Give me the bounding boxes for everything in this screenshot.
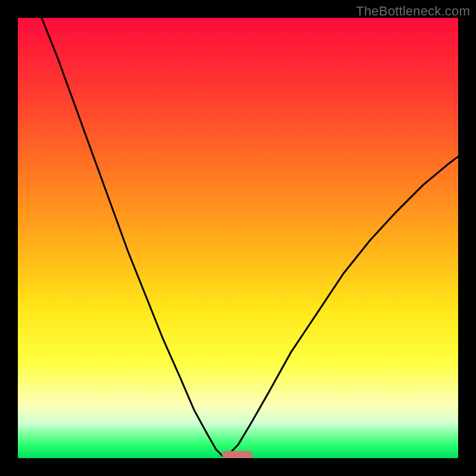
curve-layer [18, 18, 458, 458]
chart-frame: TheBottleneck.com [0, 0, 476, 476]
watermark-text: TheBottleneck.com [356, 4, 470, 19]
curve-right-branch [227, 156, 459, 456]
curve-left-branch [42, 18, 223, 456]
floor-marker [222, 451, 253, 458]
